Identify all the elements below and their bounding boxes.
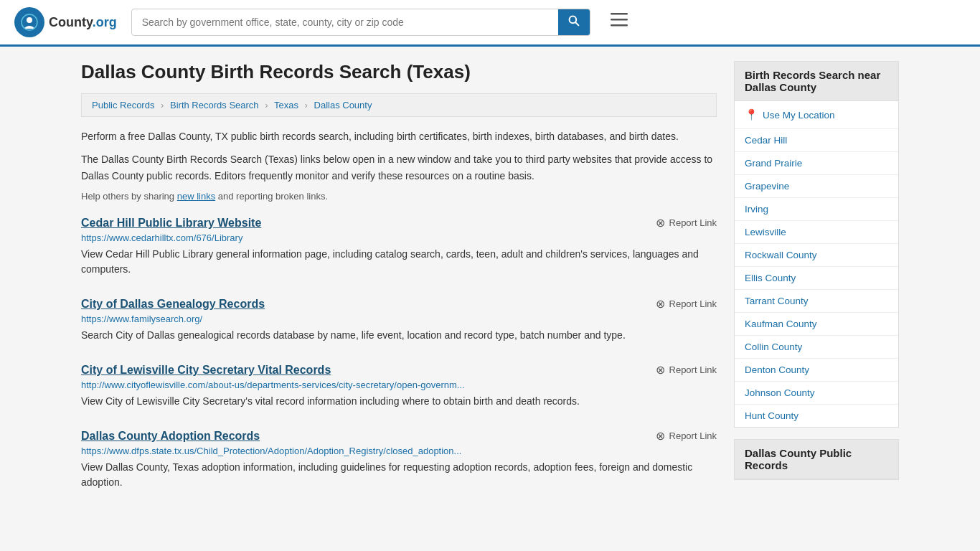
- svg-line-4: [575, 22, 578, 25]
- result-item: City of Lewisville City Secretary Vital …: [81, 363, 717, 409]
- report-link-button[interactable]: ⊗ Report Link: [656, 297, 717, 311]
- site-header: County.org: [0, 0, 980, 47]
- use-location: 📍 Use My Location: [735, 101, 898, 129]
- sidebar-link-grapevine[interactable]: Grapevine: [735, 175, 898, 197]
- list-item: Denton County: [735, 359, 898, 382]
- pin-icon: 📍: [745, 108, 758, 121]
- sidebar: Birth Records Search near Dallas County …: [734, 61, 899, 510]
- breadcrumb: Public Records › Birth Records Search › …: [81, 93, 717, 117]
- logo-link[interactable]: County.org: [14, 7, 117, 37]
- result-title: Cedar Hill Public Library Website: [81, 217, 261, 230]
- report-icon: ⊗: [656, 363, 665, 377]
- search-button[interactable]: [558, 9, 590, 35]
- results-list: Cedar Hill Public Library Website ⊗ Repo…: [81, 216, 717, 490]
- sidebar-public-records-section: Dallas County Public Records: [734, 439, 899, 480]
- sidebar-link-ellis-county[interactable]: Ellis County: [735, 267, 898, 289]
- report-link-button[interactable]: ⊗ Report Link: [656, 363, 717, 377]
- sidebar-link-irving[interactable]: Irving: [735, 198, 898, 220]
- intro-paragraph-1: Perform a free Dallas County, TX public …: [81, 128, 717, 144]
- list-item: Grapevine: [735, 175, 898, 198]
- sidebar-link-lewisville[interactable]: Lewisville: [735, 221, 898, 243]
- result-item: Cedar Hill Public Library Website ⊗ Repo…: [81, 216, 717, 277]
- search-bar: [131, 9, 590, 36]
- result-item: City of Dallas Genealogy Records ⊗ Repor…: [81, 297, 717, 343]
- sidebar-link-cedar-hill[interactable]: Cedar Hill: [735, 129, 898, 151]
- sidebar-public-records-title: Dallas County Public Records: [735, 440, 898, 479]
- sidebar-link-johnson-county[interactable]: Johnson County: [735, 382, 898, 404]
- result-desc: Search City of Dallas genealogical recor…: [81, 328, 717, 343]
- result-desc: View Cedar Hill Public Library general i…: [81, 247, 717, 277]
- breadcrumb-birth-records-search[interactable]: Birth Records Search: [170, 100, 259, 110]
- breadcrumb-dallas-county[interactable]: Dallas County: [314, 100, 372, 110]
- sidebar-nearby-title: Birth Records Search near Dallas County: [735, 62, 898, 101]
- content-area: Dallas County Birth Records Search (Texa…: [81, 61, 717, 510]
- report-icon: ⊗: [656, 216, 665, 230]
- list-item: Kaufman County: [735, 313, 898, 336]
- result-url: http://www.cityoflewisville.com/about-us…: [81, 380, 569, 390]
- report-icon: ⊗: [656, 429, 665, 443]
- result-title: City of Dallas Genealogy Records: [81, 298, 265, 311]
- report-link-button[interactable]: ⊗ Report Link: [656, 216, 717, 230]
- result-link[interactable]: Cedar Hill Public Library Website: [81, 217, 261, 229]
- sidebar-link-hunt-county[interactable]: Hunt County: [735, 405, 898, 427]
- sidebar-nearby-list: Cedar Hill Grand Prairie Grapevine Irvin…: [735, 129, 898, 427]
- sidebar-link-rockwall-county[interactable]: Rockwall County: [735, 244, 898, 266]
- logo-icon: [14, 7, 44, 37]
- sidebar-link-grand-prairie[interactable]: Grand Prairie: [735, 152, 898, 174]
- result-desc: View City of Lewisville City Secretary's…: [81, 394, 717, 409]
- svg-rect-7: [611, 24, 628, 27]
- list-item: Grand Prairie: [735, 152, 898, 175]
- svg-rect-6: [611, 19, 628, 21]
- list-item: Cedar Hill: [735, 129, 898, 152]
- list-item: Johnson County: [735, 382, 898, 405]
- search-input[interactable]: [132, 11, 558, 34]
- sidebar-link-collin-county[interactable]: Collin County: [735, 336, 898, 358]
- main-container: Dallas County Birth Records Search (Texa…: [67, 47, 913, 524]
- list-item: Tarrant County: [735, 290, 898, 313]
- result-item: Dallas County Adoption Records ⊗ Report …: [81, 429, 717, 490]
- list-item: Lewisville: [735, 221, 898, 244]
- sidebar-link-tarrant-county[interactable]: Tarrant County: [735, 290, 898, 312]
- report-link-button[interactable]: ⊗ Report Link: [656, 429, 717, 443]
- list-item: Rockwall County: [735, 244, 898, 267]
- report-icon: ⊗: [656, 297, 665, 311]
- result-url: https://www.dfps.state.tx.us/Child_Prote…: [81, 446, 569, 456]
- help-paragraph: Help others by sharing new links and rep…: [81, 191, 717, 202]
- result-link[interactable]: City of Dallas Genealogy Records: [81, 298, 265, 310]
- result-link[interactable]: Dallas County Adoption Records: [81, 430, 260, 442]
- use-location-link[interactable]: Use My Location: [763, 110, 835, 121]
- breadcrumb-public-records[interactable]: Public Records: [92, 100, 154, 110]
- breadcrumb-texas[interactable]: Texas: [274, 100, 298, 110]
- result-title: Dallas County Adoption Records: [81, 430, 260, 443]
- new-links-link[interactable]: new links: [177, 191, 215, 202]
- svg-point-1: [27, 17, 32, 23]
- result-title: City of Lewisville City Secretary Vital …: [81, 364, 331, 377]
- list-item: Ellis County: [735, 267, 898, 290]
- logo-text: County.org: [49, 15, 117, 30]
- intro-paragraph-2: The Dallas County Birth Records Search (…: [81, 151, 717, 184]
- list-item: Irving: [735, 198, 898, 221]
- result-desc: View Dallas County, Texas adoption infor…: [81, 460, 717, 490]
- menu-button[interactable]: [605, 10, 633, 34]
- sidebar-link-denton-county[interactable]: Denton County: [735, 359, 898, 381]
- list-item: Hunt County: [735, 405, 898, 427]
- result-url: https://www.familysearch.org/: [81, 314, 569, 324]
- list-item: Collin County: [735, 336, 898, 359]
- page-title: Dallas County Birth Records Search (Texa…: [81, 61, 717, 83]
- sidebar-nearby-section: Birth Records Search near Dallas County …: [734, 61, 899, 428]
- sidebar-link-kaufman-county[interactable]: Kaufman County: [735, 313, 898, 335]
- result-link[interactable]: City of Lewisville City Secretary Vital …: [81, 364, 331, 376]
- result-url: https://www.cedarhilltx.com/676/Library: [81, 232, 569, 243]
- svg-rect-5: [611, 13, 628, 15]
